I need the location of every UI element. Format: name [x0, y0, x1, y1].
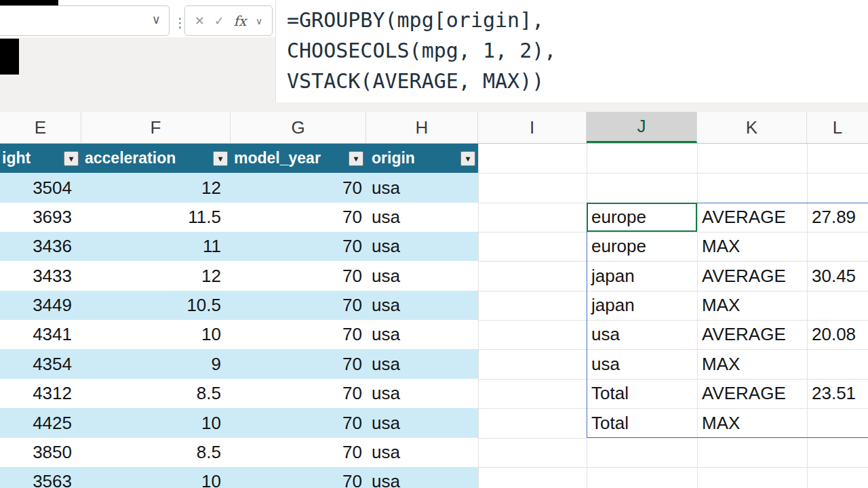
cell[interactable]: usa — [366, 320, 478, 349]
spill-cell[interactable]: 30.45 — [807, 261, 868, 291]
cell[interactable]: 11.5 — [81, 203, 231, 232]
cell[interactable]: usa — [366, 261, 478, 291]
cell[interactable]: 3504 — [0, 173, 81, 203]
cell[interactable]: 70 — [231, 408, 366, 438]
cancel-icon[interactable]: ✕ — [195, 14, 205, 28]
cell[interactable]: 3563 — [0, 467, 81, 488]
column-header-E[interactable]: E — [0, 112, 81, 143]
spill-cell[interactable] — [807, 349, 868, 379]
spill-cell[interactable] — [807, 232, 868, 261]
cell[interactable]: 70 — [231, 349, 366, 379]
cell[interactable]: 70 — [231, 438, 366, 467]
cell[interactable]: 70 — [231, 467, 366, 488]
column-header-G[interactable]: G — [231, 112, 366, 143]
spill-cell[interactable]: 27.89 — [807, 203, 868, 232]
spill-cell[interactable]: MAX — [697, 349, 807, 379]
cell[interactable]: 8.5 — [81, 379, 231, 408]
spill-cell[interactable] — [807, 408, 868, 438]
filter-button[interactable]: ▾ — [64, 151, 79, 166]
cell[interactable]: 4354 — [0, 349, 81, 379]
spill-cell[interactable]: usa — [587, 349, 697, 379]
cell[interactable]: 4341 — [0, 320, 81, 349]
spill-cell[interactable]: 23.51 — [807, 379, 868, 408]
cell[interactable]: usa — [366, 291, 478, 320]
cell[interactable]: 3436 — [0, 232, 81, 261]
filter-dropdown-icon: ▾ — [69, 154, 73, 163]
filter-dropdown-icon: ▾ — [466, 154, 470, 163]
cell[interactable]: 10 — [81, 408, 231, 438]
spill-cell[interactable]: usa — [587, 320, 697, 349]
column-header-row: EFGHIJKL — [0, 112, 868, 144]
column-header-I[interactable]: I — [478, 112, 587, 143]
cell[interactable]: 12 — [81, 173, 231, 203]
cell[interactable]: 3449 — [0, 291, 81, 320]
cell[interactable]: usa — [366, 203, 478, 232]
cell[interactable]: 4425 — [0, 408, 81, 438]
formula-input[interactable]: =GROUPBY(mpg[origin], CHOOSECOLS(mpg, 1,… — [275, 0, 868, 102]
cell[interactable]: 3433 — [0, 261, 81, 291]
cell[interactable]: 12 — [81, 261, 231, 291]
cell[interactable]: 70 — [231, 261, 366, 291]
filter-button[interactable]: ▾ — [460, 151, 475, 166]
table-header-label: ight — [2, 149, 31, 167]
enter-icon[interactable]: ✓ — [214, 14, 224, 28]
spill-cell[interactable]: 20.08 — [807, 320, 868, 349]
table-row: 369311.570usa — [0, 203, 478, 232]
column-header-K[interactable]: K — [697, 112, 807, 143]
cell[interactable]: 4312 — [0, 379, 81, 408]
cell[interactable]: 70 — [231, 173, 366, 203]
spill-cell[interactable]: MAX — [697, 232, 807, 261]
cell[interactable]: usa — [366, 349, 478, 379]
table-header-cell-ight[interactable]: ight▾ — [0, 144, 81, 173]
column-header-F[interactable]: F — [81, 112, 231, 143]
cell[interactable]: 10 — [81, 320, 231, 349]
name-box-dropdown-icon[interactable]: ∨ — [152, 12, 161, 27]
cell[interactable]: 3693 — [0, 203, 81, 232]
cell[interactable]: 70 — [231, 232, 366, 261]
table-header-cell-origin[interactable]: origin▾ — [366, 144, 478, 173]
insert-function-icon[interactable]: fx — [233, 13, 246, 29]
spill-cell[interactable]: japan — [587, 291, 697, 320]
spill-cell[interactable]: AVERAGE — [697, 203, 807, 232]
cell[interactable]: 8.5 — [81, 438, 231, 467]
name-box[interactable]: ∨ — [0, 5, 170, 36]
formula-expand-icon[interactable]: ∨ — [256, 16, 262, 26]
cell[interactable]: 70 — [231, 291, 366, 320]
cell[interactable]: 3850 — [0, 438, 81, 467]
cell[interactable]: 9 — [81, 349, 231, 379]
spill-cell[interactable]: MAX — [697, 408, 807, 438]
spill-cell[interactable]: europe — [587, 232, 697, 261]
table-header-cell-acceleration[interactable]: acceleration▾ — [81, 144, 231, 173]
column-header-H[interactable]: H — [366, 112, 478, 143]
spill-cell[interactable]: AVERAGE — [697, 320, 807, 349]
cell[interactable]: usa — [366, 467, 478, 488]
table-row: 34361170usa — [0, 232, 478, 261]
cell[interactable]: 70 — [231, 203, 366, 232]
table-header-cell-model_year[interactable]: model_year▾ — [231, 144, 366, 173]
spill-cell[interactable]: Total — [587, 408, 697, 438]
spill-cell[interactable]: AVERAGE — [697, 261, 807, 291]
spill-cell[interactable] — [807, 291, 868, 320]
gridline — [478, 467, 868, 468]
cell[interactable]: usa — [366, 438, 478, 467]
cell[interactable]: 11 — [81, 232, 231, 261]
spill-cell[interactable]: MAX — [697, 291, 807, 320]
filter-button[interactable]: ▾ — [349, 151, 363, 166]
spill-cell[interactable]: Total — [587, 379, 697, 408]
spill-cell[interactable]: japan — [587, 261, 697, 291]
spill-cell[interactable]: AVERAGE — [697, 379, 807, 408]
filter-button[interactable]: ▾ — [213, 151, 228, 166]
spill-cell[interactable]: europe — [587, 203, 697, 232]
cell[interactable]: usa — [366, 173, 478, 203]
column-header-J[interactable]: J — [587, 112, 697, 143]
cell[interactable]: usa — [366, 379, 478, 408]
chrome-dark-block — [0, 39, 19, 75]
cell[interactable]: 70 — [231, 320, 366, 349]
cell[interactable]: 70 — [231, 379, 366, 408]
table-row: 44251070usa — [0, 408, 478, 438]
cell[interactable]: usa — [366, 232, 478, 261]
cell[interactable]: 10.5 — [81, 291, 231, 320]
column-header-L[interactable]: L — [807, 112, 868, 143]
cell[interactable]: usa — [366, 408, 478, 438]
cell[interactable]: 10 — [81, 467, 231, 488]
